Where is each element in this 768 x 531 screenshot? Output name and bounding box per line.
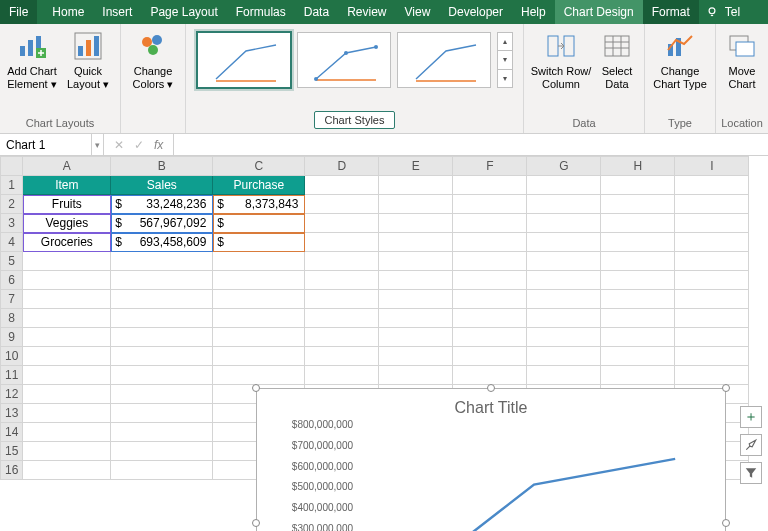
chart-styles-scroll[interactable]: ▴▾▾ [497,32,513,88]
cell[interactable] [23,290,111,309]
tell-me[interactable]: Tel [725,0,749,24]
cell[interactable] [213,271,305,290]
column-header[interactable]: E [379,157,453,176]
cell[interactable] [111,423,213,442]
cell[interactable] [305,252,379,271]
tab-file[interactable]: File [0,0,37,24]
cell[interactable] [379,328,453,347]
cell[interactable] [305,290,379,309]
row-header[interactable]: 4 [1,233,23,252]
name-box-input[interactable] [0,138,91,152]
row-header[interactable]: 9 [1,328,23,347]
cell[interactable] [527,195,601,214]
cell[interactable] [23,309,111,328]
cell[interactable] [305,195,379,214]
cell[interactable]: Veggies [23,214,111,233]
cell[interactable] [111,271,213,290]
cell[interactable]: $567,967,092 [111,214,213,233]
cell[interactable] [111,461,213,480]
row-header[interactable]: 13 [1,404,23,423]
select-all[interactable] [1,157,23,176]
cell[interactable] [527,366,601,385]
cell[interactable] [379,214,453,233]
cell[interactable] [601,233,675,252]
cell[interactable]: $ [213,214,305,233]
cell[interactable]: $8,373,843 [213,195,305,214]
cell[interactable] [111,290,213,309]
cell[interactable] [527,214,601,233]
cell[interactable] [379,271,453,290]
cell[interactable] [675,195,749,214]
cell[interactable] [527,309,601,328]
tab-home[interactable]: Home [43,0,93,24]
cell[interactable] [675,214,749,233]
cell[interactable] [379,176,453,195]
column-header[interactable]: F [453,157,527,176]
cell[interactable] [601,271,675,290]
row-header[interactable]: 3 [1,214,23,233]
row-header[interactable]: 8 [1,309,23,328]
tab-view[interactable]: View [396,0,440,24]
cell[interactable] [111,252,213,271]
tab-developer[interactable]: Developer [439,0,512,24]
cell[interactable] [675,176,749,195]
cell[interactable] [527,252,601,271]
row-header[interactable]: 6 [1,271,23,290]
add-chart-element-button[interactable]: Add Chart Element ▾ [4,28,60,92]
cell[interactable]: Fruits [23,195,111,214]
cell[interactable] [111,442,213,461]
cell[interactable] [527,328,601,347]
cell[interactable] [379,366,453,385]
row-header[interactable]: 16 [1,461,23,480]
row-header[interactable]: 14 [1,423,23,442]
column-header[interactable]: B [111,157,213,176]
cell[interactable] [379,195,453,214]
cell[interactable] [23,385,111,404]
cell[interactable] [527,290,601,309]
cancel-formula-icon[interactable]: ✕ [114,138,124,152]
select-data-button[interactable]: Select Data [594,28,640,92]
chart-style-3[interactable] [397,32,491,88]
cell[interactable] [675,233,749,252]
cell[interactable]: Item [23,176,111,195]
cell[interactable] [111,404,213,423]
chart-filter-button[interactable] [740,462,762,484]
cell[interactable] [23,271,111,290]
embedded-chart[interactable]: Chart Title $-$100,000,000$200,000,000$3… [256,388,726,531]
tab-help[interactable]: Help [512,0,555,24]
cell[interactable] [23,461,111,480]
cell[interactable] [601,195,675,214]
tab-review[interactable]: Review [338,0,395,24]
cell[interactable] [23,404,111,423]
row-header[interactable]: 15 [1,442,23,461]
cell[interactable] [379,290,453,309]
cell[interactable] [527,233,601,252]
chart-elements-button[interactable]: ＋ [740,406,762,428]
cell[interactable] [213,366,305,385]
cell[interactable] [111,385,213,404]
cell[interactable] [23,252,111,271]
tab-data[interactable]: Data [295,0,338,24]
column-header[interactable]: H [601,157,675,176]
cell[interactable] [111,328,213,347]
tell-me-icon[interactable] [699,0,725,24]
cell[interactable] [601,347,675,366]
cell[interactable] [23,347,111,366]
cell[interactable] [675,347,749,366]
cell[interactable] [453,214,527,233]
cell[interactable] [305,214,379,233]
cell[interactable]: Sales [111,176,213,195]
cell[interactable] [601,214,675,233]
switch-row-column-button[interactable]: Switch Row/ Column [528,28,594,92]
cell[interactable] [601,328,675,347]
cell[interactable] [601,252,675,271]
chart-style-1[interactable] [197,32,291,88]
tab-chart-design[interactable]: Chart Design [555,0,643,24]
cell[interactable] [453,271,527,290]
row-header[interactable]: 7 [1,290,23,309]
row-header[interactable]: 5 [1,252,23,271]
cell[interactable] [305,328,379,347]
column-header[interactable]: D [305,157,379,176]
tab-page-layout[interactable]: Page Layout [141,0,226,24]
cell[interactable] [305,271,379,290]
